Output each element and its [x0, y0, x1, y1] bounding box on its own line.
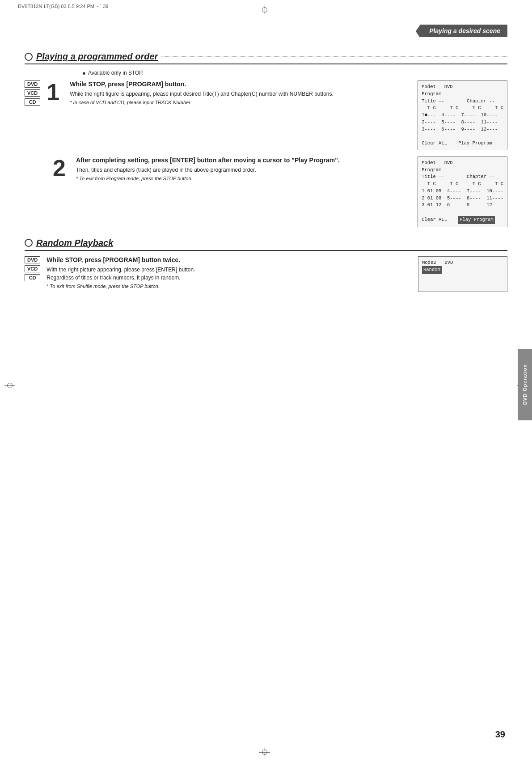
badge-dvd-1: DVD [25, 80, 40, 88]
step2-title: After completing setting, press [ENTER] … [76, 157, 340, 164]
step1-content: While STOP, press [PROGRAM] button. Whil… [70, 80, 334, 105]
header-bar: DV6T812N-LT(GB) 02.8.5 9:24 PM ~ ` 39 [18, 4, 514, 9]
random-content: While STOP, press [PROGRAM] button twice… [46, 256, 406, 289]
random-body2: Regardless of titles or track numbers, i… [46, 274, 406, 282]
screen1-line6: 2---- 5---- 8---- 11---- [422, 119, 503, 126]
step1-note: * In case of VCD and CD, please input TR… [70, 100, 334, 105]
step2-content: After completing setting, press [ENTER] … [76, 157, 340, 181]
side-tab: DVD Operation [518, 349, 532, 420]
screen-box-2: Mode1 DVD Program Title -- Chapter -- T … [418, 157, 507, 227]
section2-dots [117, 243, 507, 243]
screen1-line1: Mode1 DVD [422, 84, 503, 91]
screen1-line5: 1■--- 4---- 7---- 10---- [422, 112, 503, 119]
badge-dvd-2: DVD [25, 256, 40, 263]
random-left: DVD VCD CD While STOP, press [PROGRAM] b… [25, 256, 406, 289]
step2-note: * To exit from Program mode, press the S… [76, 176, 340, 181]
screen1-line9: Clear ALL Play Program [422, 140, 503, 147]
random-screen-line2: Random [422, 266, 503, 274]
random-note: * To exit from Shuffle mode, press the S… [46, 284, 406, 289]
random-title: While STOP, press [PROGRAM] button twice… [46, 256, 406, 263]
main-content: Playing a programmed order Available onl… [25, 25, 507, 726]
screen-box-1: Mode1 DVD Program Title -- Chapter -- T … [418, 80, 507, 150]
screen2-line9: Clear ALL Play Program [422, 216, 503, 224]
format-badges-2: DVD VCD CD [25, 256, 40, 281]
step2-container: 2 After completing setting, press [ENTER… [25, 157, 507, 227]
section2-title: Random Playback [36, 238, 113, 248]
random-row: DVD VCD CD While STOP, press [PROGRAM] b… [25, 256, 507, 292]
section1-circle-icon [25, 53, 33, 61]
step2-left: 2 After completing setting, press [ENTER… [25, 157, 406, 186]
step1-body: While the right figure is appearing, ple… [70, 90, 334, 98]
screen1-line4: T C T C T C T C [422, 105, 503, 112]
screen2-line3: Title -- Chapter -- [422, 174, 503, 181]
section1-dots [161, 56, 507, 57]
page-number: 39 [495, 729, 505, 740]
screen2-line4: T C T C T C T C [422, 181, 503, 188]
section2-heading: Random Playback [25, 238, 507, 251]
step2-number: 2 [53, 157, 72, 180]
crosshair-bottom [259, 747, 270, 758]
side-tab-label: DVD Operation [522, 364, 528, 405]
badge-cd-2: CD [25, 274, 40, 281]
badge-cd-1: CD [25, 98, 40, 106]
header-text: DV6T812N-LT(GB) 02.8.5 9:24 PM ~ ` 39 [18, 4, 108, 9]
screen2-line1: Mode1 DVD [422, 160, 503, 167]
badge-vcd-2: VCD [25, 265, 40, 272]
step2-row: 2 After completing setting, press [ENTER… [53, 157, 340, 181]
section1-heading: Playing a programmed order [25, 51, 507, 64]
random-screen-line1: Mode2 DVD [422, 259, 503, 267]
step2-screen: Mode1 DVD Program Title -- Chapter -- T … [413, 157, 507, 227]
screen2-line7: 3 01 12 6---- 9---- 12---- [422, 202, 503, 209]
random-body1: With the right picture appearing, please… [46, 266, 406, 274]
screen2-line2: Program [422, 167, 503, 174]
step1-container: DVD VCD CD 1 While STOP, press [PROGRAM]… [25, 80, 507, 150]
step1-number: 1 [46, 80, 65, 104]
screen-box-random: Mode2 DVD Random [418, 256, 507, 292]
crosshair-left [4, 380, 15, 391]
section-programmed-order: Playing a programmed order Available onl… [25, 51, 507, 227]
avail-note: Available only in STOP. [83, 70, 507, 76]
screen1-line2: Program [422, 91, 503, 98]
step1-title: While STOP, press [PROGRAM] button. [70, 80, 334, 88]
step1-row: 1 While STOP, press [PROGRAM] button. Wh… [46, 80, 334, 105]
badge-vcd-1: VCD [25, 89, 40, 97]
section-random-playback: Random Playback DVD VCD CD While STOP, p… [25, 238, 507, 292]
format-badges-1: DVD VCD CD [25, 80, 40, 106]
screen2-line5: 1 01 05 4---- 7---- 10---- [422, 188, 503, 195]
step2-body: Then, titles and chapters (track) are pl… [76, 166, 340, 174]
avail-note-text: Available only in STOP. [88, 70, 144, 76]
screen2-line6: 2 01 08 5---- 8---- 11---- [422, 195, 503, 202]
screen1-line8 [422, 133, 503, 140]
screen2-line8 [422, 209, 503, 216]
step1-screen: Mode1 DVD Program Title -- Chapter -- T … [413, 80, 507, 150]
screen1-line3: Title -- Chapter -- [422, 98, 503, 105]
section1-title: Playing a programmed order [36, 51, 158, 62]
random-inner: DVD VCD CD While STOP, press [PROGRAM] b… [25, 256, 406, 289]
screen1-line7: 3---- 6---- 9---- 12---- [422, 126, 503, 133]
section2-circle-icon [25, 239, 33, 247]
play-program-highlight: Play Program [458, 216, 495, 224]
random-screen: Mode2 DVD Random [414, 256, 507, 292]
step1-left: DVD VCD CD 1 While STOP, press [PROGRAM]… [25, 80, 406, 110]
random-highlight: Random [422, 266, 442, 274]
